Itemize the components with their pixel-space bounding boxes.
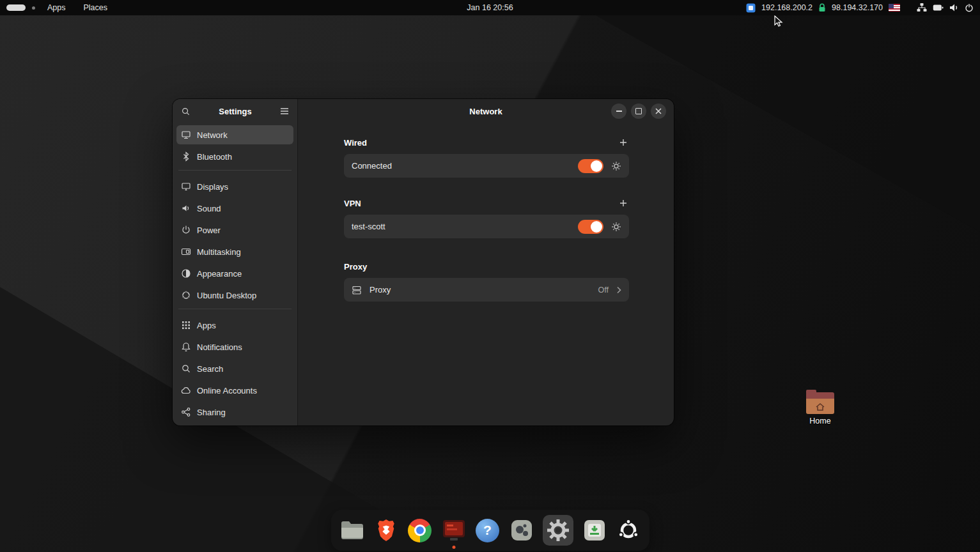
wired-toggle-switch[interactable] [578, 159, 603, 173]
dock-item-gray-app[interactable] [509, 518, 534, 543]
sidebar-item-notifications[interactable]: Notifications [176, 337, 293, 356]
vpn-connection-row[interactable]: test-scott [344, 215, 629, 238]
sidebar-item-power[interactable]: Power [176, 220, 293, 240]
ubuntu-desktop-icon [181, 290, 191, 300]
maximize-icon [635, 108, 642, 114]
toggle-knob [591, 221, 602, 233]
dock-item-red-monitor-app[interactable] [441, 518, 467, 543]
plus-icon [619, 138, 628, 147]
network-panel: Network Wired Conn [298, 99, 674, 425]
sidebar-item-online-accounts[interactable]: Online Accounts [176, 381, 293, 400]
sidebar-item-label: Notifications [197, 342, 242, 352]
window-controls [611, 103, 666, 119]
sharing-icon [181, 407, 191, 417]
sidebar-item-bluetooth[interactable]: Bluetooth [176, 147, 293, 166]
sidebar-item-sharing[interactable]: Sharing [176, 402, 293, 422]
dock-item-software-updater[interactable] [582, 518, 607, 543]
proxy-icon [352, 285, 362, 295]
network-icon [181, 130, 191, 140]
sidebar-item-label: Sharing [197, 408, 226, 417]
home-folder-icon [806, 392, 834, 414]
house-glyph-icon [815, 402, 825, 411]
sidebar-item-apps[interactable]: Apps [176, 316, 293, 335]
notifications-bell-icon [181, 342, 191, 352]
sidebar-item-search[interactable]: Search [176, 359, 293, 378]
us-flag-icon[interactable] [889, 4, 900, 12]
sidebar-item-label: Sound [197, 204, 221, 213]
window-title: Network [469, 107, 502, 116]
menu-places[interactable]: Places [78, 0, 114, 15]
top-bar-indicators: 192.168.200.2 98.194.32.170 [746, 3, 974, 13]
dock-item-ubuntu[interactable] [616, 518, 641, 543]
gear-icon [611, 222, 621, 232]
ethernet-icon[interactable] [917, 3, 927, 12]
sidebar-item-displays[interactable]: Displays [176, 177, 293, 196]
sidebar-item-sound[interactable]: Sound [176, 199, 293, 218]
sidebar-item-label: Online Accounts [197, 386, 257, 395]
search-button[interactable] [180, 105, 192, 118]
search-icon [181, 364, 191, 374]
bluetooth-icon [181, 151, 191, 162]
sidebar-title: Settings [196, 107, 275, 116]
screen-indicator-icon[interactable] [746, 3, 756, 13]
add-wired-connection-button[interactable] [618, 137, 629, 148]
wired-heading: Wired [344, 138, 367, 148]
dock-item-help[interactable] [475, 518, 501, 543]
minimize-icon [616, 111, 622, 112]
battery-icon[interactable] [933, 4, 944, 12]
top-bar: Apps Places Jan 16 20:56 192.168.200.2 9… [0, 0, 980, 15]
sidebar-item-label: Displays [197, 182, 228, 192]
home-desktop-icon[interactable]: Home [803, 390, 837, 425]
sidebar-item-label: Appearance [197, 269, 242, 279]
add-vpn-button[interactable] [618, 197, 629, 209]
window-headerbar: Network [298, 99, 674, 123]
vpn-toggle-switch[interactable] [578, 220, 603, 234]
plus-icon [619, 199, 628, 208]
close-button[interactable] [651, 103, 666, 119]
dock-item-brave[interactable] [373, 518, 399, 543]
wired-options-button[interactable] [611, 161, 621, 171]
local-ip-address: 192.168.200.2 [761, 3, 813, 12]
multitasking-icon [181, 247, 191, 257]
proxy-row[interactable]: Proxy Off [344, 278, 629, 302]
dock-item-settings[interactable] [543, 515, 573, 546]
volume-icon[interactable] [949, 3, 959, 12]
help-question-icon [476, 519, 499, 542]
sidebar-item-appearance[interactable]: Appearance [176, 264, 293, 283]
settings-gear-icon [545, 518, 571, 543]
main-menu-button[interactable] [279, 106, 290, 116]
proxy-status-value: Off [598, 286, 609, 295]
close-icon [655, 108, 662, 114]
sidebar-item-ubuntu-desktop[interactable]: Ubuntu Desktop [176, 286, 293, 305]
brave-icon [375, 518, 397, 542]
home-icon-label: Home [803, 417, 837, 425]
workspace-pill-indicator[interactable] [6, 4, 26, 11]
clock[interactable]: Jan 16 20:56 [467, 3, 513, 12]
sidebar-item-label: Apps [197, 321, 216, 330]
power-icon[interactable] [965, 3, 974, 12]
dock [331, 510, 649, 551]
sidebar-header: Settings [173, 99, 297, 123]
ubuntu-logo-icon [616, 518, 641, 542]
toggle-knob [591, 160, 602, 172]
chevron-right-icon [616, 286, 621, 294]
proxy-heading: Proxy [344, 262, 367, 272]
desktop: Apps Places Jan 16 20:56 192.168.200.2 9… [0, 0, 980, 552]
files-folder-icon [340, 520, 364, 540]
wired-connection-row[interactable]: Connected [344, 154, 629, 178]
menu-apps[interactable]: Apps [42, 0, 72, 15]
sidebar-item-network[interactable]: Network [176, 125, 293, 144]
apps-grid-icon [181, 320, 191, 330]
workspace-dot-indicator[interactable] [32, 6, 35, 10]
dock-item-files[interactable] [339, 518, 365, 543]
vpn-lock-icon[interactable] [818, 3, 826, 13]
sidebar-item-multitasking[interactable]: Multitasking [176, 242, 293, 261]
dock-item-chrome[interactable] [407, 518, 433, 543]
sidebar-item-label: Bluetooth [197, 152, 232, 162]
minimize-button[interactable] [611, 103, 626, 119]
vpn-options-button[interactable] [611, 222, 621, 232]
sidebar-separator [178, 309, 292, 309]
maximize-button[interactable] [631, 103, 646, 119]
sidebar-item-label: Search [197, 364, 223, 374]
sidebar-item-label: Power [197, 226, 221, 235]
